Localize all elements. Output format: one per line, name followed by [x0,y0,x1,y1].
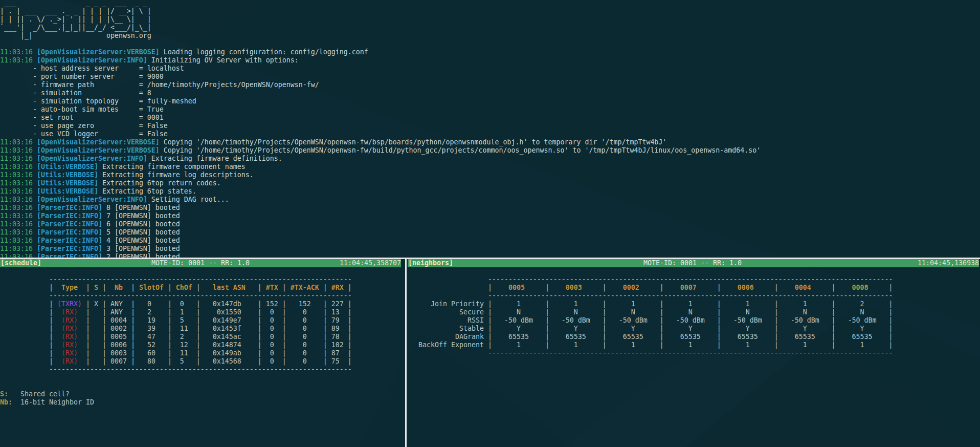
log-option-line: - simulation topology = fully-meshed [0,97,761,105]
neighbors-table-border: ----------------------------------------… [406,349,893,357]
log-option-line: - firmware path = /home/timothy/Projects… [0,81,761,89]
neighbors-table-row: Secure | N | N | N | N | N | N | N | [406,308,893,316]
blank-line [0,374,352,382]
log-line: 11:03:16 [ParserIEC:INFO] 7 [OPENWSN] bo… [0,212,761,220]
log-line: 11:03:16 [Utils:VERBOSE] Extracting 6top… [0,179,761,187]
schedule-table-border: ----------------------------------------… [0,292,352,300]
neighbors-table: ----------------------------------------… [406,267,893,357]
log-line: 11:03:16 [Utils:VERBOSE] Extracting firm… [0,171,761,179]
neighbors-table-border: ----------------------------------------… [406,292,893,300]
server-log-output: ___ _ _ _ ___ _ _ | . | ___ ___ ._ _ | |… [0,0,761,258]
log-line: 11:03:16 [OpenVisualizerServer:VERBOSE] … [0,48,761,56]
log-line: 11:03:16 [OpenVisualizerServer:VERBOSE] … [0,138,761,146]
blank-line [406,267,893,275]
log-line: 11:03:16 [OpenVisualizerServer:INFO] Ini… [0,56,761,65]
neighbors-table-row: RSSI | -50 dBm | -50 dBm | -50 dBm | -50… [406,316,893,325]
neighbors-table-row: Join Priority | 1 | 1 | 1 | 1 | 1 | 1 | … [406,300,893,308]
log-option-line: - simulation = 8 [0,89,761,97]
schedule-table-row: | (RX) | | 0004 | 19 | 5 | 0x149e7 | 0 |… [0,316,352,325]
banner-line: | | || . \/ ._>| ' || | | |\__ \| | [0,15,761,24]
schedule-table-row: | (TXRX) | X | ANY | 0 | 0 | 0x147db | 1… [0,300,352,308]
log-option-line: - host address server = localhost [0,65,761,73]
log-line: 11:03:16 [Utils:VERBOSE] Extracting 6top… [0,187,761,196]
schedule-table-row: | (RX) | | 0006 | 52 | 12 | 0x14874 | 0 … [0,341,352,349]
schedule-legend-line: Nb: 16-bit Neighbor ID [0,398,352,407]
schedule-refresh-timestamp: 11:04:45,358707 [340,259,401,267]
log-line: 11:03:16 [Utils:VERBOSE] Extracting firm… [0,163,761,171]
log-line: 11:03:16 [ParserIEC:INFO] 3 [OPENWSN] bo… [0,245,761,253]
blank-line [0,267,352,275]
banner-line: ___ _ _ _ ___ _ _ [0,0,761,7]
log-line: 11:03:16 [OpenVisualizerServer:VERBOSE] … [0,146,761,155]
schedule-table: ----------------------------------------… [0,267,352,407]
schedule-table-row: | (RX) | | 0002 | 39 | 11 | 0x1453f | 0 … [0,325,352,333]
neighbors-table-border: ----------------------------------------… [406,275,893,284]
neighbors-pane[interactable]: ----------------------------------------… [406,259,980,447]
server-log-pane[interactable]: ___ _ _ _ ___ _ _ | . | ___ ___ ._ _ | |… [0,0,980,258]
neighbors-pane-header: [neighbors] MOTE-ID: 0001 -- RR: 1.0 11:… [408,259,979,267]
log-line: 11:03:16 [ParserIEC:INFO] 5 [OPENWSN] bo… [0,228,761,237]
schedule-table-row: | (RX) | | 0003 | 60 | 11 | 0x149ab | 0 … [0,349,352,357]
schedule-table-border: ----------------------------------------… [0,275,352,284]
log-option-line: - use page zero = False [0,122,761,130]
neighbors-table-row: DAGrank | 65535 | 65535 | 65535 | 65535 … [406,333,893,341]
schedule-pane[interactable]: ----------------------------------------… [0,259,401,447]
schedule-table-row: | (RX) | | ANY | 2 | 1 | 0x1550 | 0 | 0 … [0,308,352,316]
log-line: 11:03:16 [OpenVisualizerServer:INFO] Ext… [0,155,761,163]
log-option-line: - use VCD logger = False [0,130,761,138]
schedule-table-header: | Type | S | Nb | SlotOf | ChOf | last A… [0,284,352,292]
banner-line: |_| openwsn.org [0,32,761,40]
log-line: 11:03:16 [ParserIEC:INFO] 2 [OPENWSN] bo… [0,253,761,258]
log-line: 11:03:16 [ParserIEC:INFO] 4 [OPENWSN] bo… [0,237,761,245]
log-option-line: - auto-boot sim motes = True [0,105,761,114]
schedule-table-row: | (RX) | | 0005 | 47 | 2 | 0x145ac | 0 |… [0,333,352,341]
neighbors-mote-info: MOTE-ID: 0001 -- RR: 1.0 [643,259,742,267]
schedule-mote-info: MOTE-ID: 0001 -- RR: 1.0 [151,259,250,267]
neighbors-refresh-timestamp: 11:04:45,136938 [918,259,979,267]
log-line: 11:03:16 [OpenVisualizerServer:INFO] Set… [0,196,761,204]
schedule-pane-title: [schedule] [1,259,41,267]
log-line: 11:03:16 [ParserIEC:INFO] 8 [OPENWSN] bo… [0,204,761,212]
log-line: 11:03:16 [ParserIEC:INFO] 6 [OPENWSN] bo… [0,220,761,228]
blank-line [0,40,761,48]
neighbors-table-header: | 0005 | 0003 | 0002 | 0007 | 0006 | 000… [406,284,893,292]
neighbors-pane-title: [neighbors] [408,259,453,267]
blank-line [0,382,352,390]
schedule-table-border: ----------------------------------------… [0,366,352,374]
log-option-line: - set root = 0001 [0,114,761,122]
neighbors-table-row: BackOff Exponent | 1 | 1 | 1 | 1 | 1 | 1… [406,341,893,349]
banner-line: `___'| _/\___.|_|_||__/_/ <___/|_\_| [0,24,761,32]
schedule-pane-header: [schedule] MOTE-ID: 0001 -- RR: 1.0 11:0… [0,259,401,267]
log-option-line: - port number server = 9000 [0,73,761,81]
schedule-table-row: | (RX) | | 0007 | 80 | 5 | 0x14568 | 0 |… [0,357,352,366]
neighbors-table-row: Stable | Y | Y | Y | Y | Y | Y | Y | [406,325,893,333]
banner-line: | . | ___ ___ ._ _ | | | |/ __>| \ | [0,7,761,15]
schedule-legend-line: S: Shared cell? [0,390,352,398]
terminal-screen: ___ _ _ _ ___ _ _ | . | ___ ___ ._ _ | |… [0,0,980,447]
